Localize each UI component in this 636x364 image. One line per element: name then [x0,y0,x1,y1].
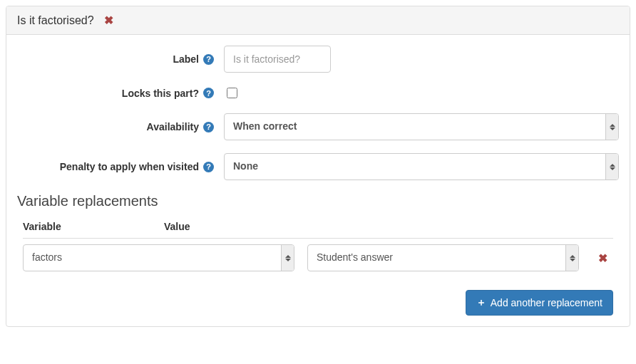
penalty-select[interactable]: None [224,153,619,180]
penalty-field: None [224,153,619,180]
label-label-text: Label [173,53,199,65]
col-header-value: Value [164,221,579,232]
locks-label-text: Locks this part? [122,88,199,99]
replacement-row: factors Student's answer ✖ [23,239,613,277]
replacement-variable-select[interactable]: factors [23,244,294,271]
row-availability: Availability ? When correct [17,113,619,140]
help-icon[interactable]: ? [203,122,214,132]
replacement-variable-field: factors [23,244,294,271]
step-panel: Is it factorised? ✖ Label ? Locks this p… [6,6,630,327]
delete-step-icon[interactable]: ✖ [104,14,113,27]
penalty-label-text: Penalty to apply when visited [60,161,199,172]
row-penalty: Penalty to apply when visited ? None [17,153,619,180]
label-input[interactable] [224,46,331,73]
availability-label-text: Availability [147,121,199,132]
label-label: Label ? [17,53,224,65]
add-replacement-button[interactable]: ＋ Add another replacement [466,290,613,316]
replacements-header-row: Variable Value [23,215,613,239]
penalty-label: Penalty to apply when visited ? [17,161,224,172]
replacement-value-field: Student's answer [307,244,579,271]
row-label: Label ? [17,46,619,73]
help-icon[interactable]: ? [203,162,214,172]
help-icon[interactable]: ? [203,88,214,98]
delete-replacement-icon[interactable]: ✖ [598,251,607,265]
help-icon[interactable]: ? [203,54,214,65]
label-field [224,46,619,73]
panel-body: Label ? Locks this part? ? Availability … [6,35,630,326]
locks-field [224,85,619,100]
availability-select[interactable]: When correct [224,113,619,140]
locks-checkbox[interactable] [227,88,237,98]
locks-label: Locks this part? ? [17,88,224,99]
replacements-heading: Variable replacements [17,193,619,209]
availability-field: When correct [224,113,619,140]
panel-heading: Is it factorised? ✖ [6,6,630,35]
row-locks: Locks this part? ? [17,85,619,100]
replacement-actions: ✖ [592,251,613,265]
panel-title: Is it factorised? [17,14,94,27]
col-header-variable: Variable [23,221,151,232]
plus-icon: ＋ [476,296,486,309]
replacements-section: Variable Value factors Student's answer [17,215,619,277]
actions-bar: ＋ Add another replacement [17,290,619,316]
availability-label: Availability ? [17,121,224,132]
replacement-value-select[interactable]: Student's answer [307,244,579,271]
add-replacement-label: Add another replacement [491,297,602,308]
